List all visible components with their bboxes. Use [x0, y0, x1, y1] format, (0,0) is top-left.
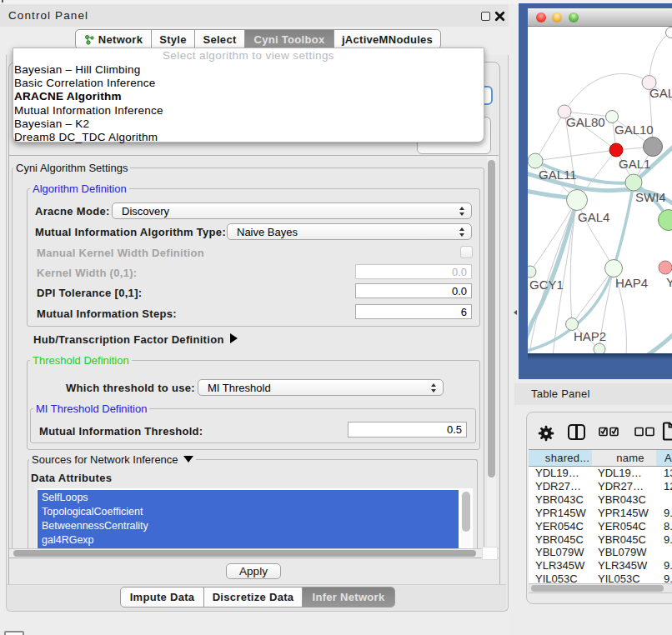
svg-text:HAP2: HAP2: [574, 329, 606, 343]
svg-text:SWI4: SWI4: [635, 190, 666, 204]
svg-text:Y: Y: [666, 275, 672, 289]
svg-text:GAL4: GAL4: [578, 210, 609, 224]
svg-text:HAP4: HAP4: [615, 276, 648, 290]
svg-text:GCY1: GCY1: [529, 278, 564, 292]
svg-text:GAL1: GAL1: [619, 157, 650, 171]
svg-text:GAL10: GAL10: [614, 122, 654, 137]
svg-text:GAL80: GAL80: [566, 115, 605, 129]
svg-text:GAL11: GAL11: [539, 168, 577, 182]
svg-text:GAL8: GAL8: [649, 86, 672, 100]
